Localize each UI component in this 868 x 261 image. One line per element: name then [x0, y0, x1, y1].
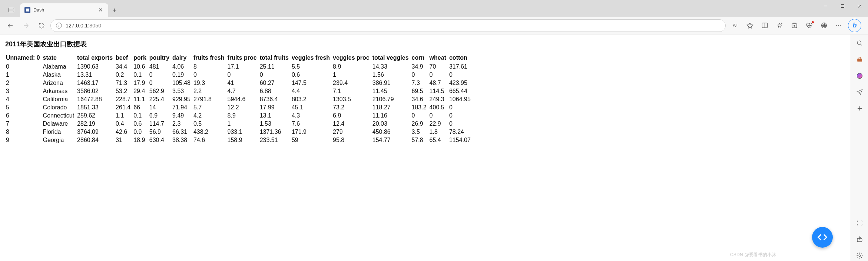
table-cell: 6.9 [332, 112, 372, 120]
sidebar-share-icon[interactable] [854, 234, 865, 245]
table-cell: 225.4 [149, 95, 172, 103]
table-cell: 183.2 [411, 103, 429, 112]
dash-devtools-button[interactable] [812, 227, 833, 248]
forward-button[interactable] [19, 19, 33, 32]
extensions-button[interactable] [817, 19, 831, 32]
table-row: 8Florida3764.0942.60.956.966.31438.2933.… [5, 128, 473, 136]
column-header: veggies proc [332, 54, 372, 63]
table-cell: 45.1 [291, 103, 332, 112]
table-cell: 11.45 [372, 87, 411, 95]
table-row: 2Arizona1463.1771.317.90105.4819.34160.2… [5, 79, 473, 87]
table-cell: 4.4 [291, 87, 332, 95]
collections-button[interactable] [787, 19, 801, 32]
back-button[interactable] [4, 19, 17, 32]
table-cell: 0.1 [133, 112, 149, 120]
read-aloud-button[interactable]: A⁾⁾ [728, 19, 742, 32]
window-close-button[interactable] [851, 0, 868, 12]
tab-close-icon[interactable]: ✕ [97, 6, 104, 14]
table-cell: 0 [448, 112, 473, 120]
svg-point-26 [859, 255, 861, 257]
edge-sidebar [851, 34, 868, 261]
column-header: beef [115, 54, 133, 63]
table-cell: 78.24 [448, 128, 473, 136]
table-cell: 20.03 [372, 120, 411, 128]
table-cell: 1390.63 [76, 63, 115, 71]
table-cell: 8736.4 [259, 95, 291, 103]
table-cell: 1371.36 [259, 128, 291, 136]
favorites-hub-button[interactable] [772, 19, 786, 32]
table-cell: 29.4 [133, 87, 149, 95]
table-cell: 5.7 [193, 103, 227, 112]
window-minimize-button[interactable] [817, 0, 834, 12]
table-cell: 1303.5 [332, 95, 372, 103]
table-cell: 60.27 [259, 79, 291, 87]
browser-tab[interactable]: Dash ✕ [20, 3, 108, 17]
more-menu-button[interactable]: ··· [832, 19, 846, 32]
table-cell: 2.2 [193, 87, 227, 95]
table-cell: 1.8 [429, 128, 448, 136]
table-row: 6Connecticut259.621.10.16.99.494.28.913.… [5, 112, 473, 120]
url-text: 127.0.0.1:8050 [66, 23, 101, 29]
bing-chat-button[interactable]: b [847, 19, 863, 32]
table-cell: 8 [5, 128, 42, 136]
table-cell: 70 [429, 63, 448, 71]
table-cell: 562.9 [149, 87, 172, 95]
table-cell: 10.6 [133, 63, 149, 71]
refresh-button[interactable] [35, 19, 48, 32]
site-info-icon[interactable]: i [56, 23, 62, 29]
table-cell: 154.77 [372, 136, 411, 144]
new-tab-button[interactable]: + [108, 4, 121, 17]
sidebar-tools-icon[interactable] [854, 54, 865, 65]
column-header: veggies fresh [291, 54, 332, 63]
sidebar-copilot-icon[interactable] [854, 70, 865, 81]
table-cell: 71.94 [172, 103, 193, 112]
table-cell: 6 [5, 112, 42, 120]
table-cell: Connecticut [42, 112, 77, 120]
table-cell: 11.1 [133, 95, 149, 103]
table-cell: 48.7 [429, 79, 448, 87]
tab-favicon [24, 7, 30, 13]
table-cell: 69.5 [411, 87, 429, 95]
sidebar-screenshot-icon[interactable] [854, 217, 865, 228]
table-row: 4California16472.88228.711.1225.4929.952… [5, 95, 473, 103]
column-header: cotton [448, 54, 473, 63]
table-cell: 0.19 [172, 71, 193, 79]
favorite-button[interactable] [743, 19, 757, 32]
svg-marker-9 [777, 23, 781, 27]
svg-rect-1 [841, 4, 844, 7]
table-cell: 8 [193, 63, 227, 71]
sidebar-settings-icon[interactable] [854, 250, 865, 261]
column-header: poultry [149, 54, 172, 63]
url-host: 127.0.0.1 [66, 23, 88, 29]
sidebar-search-icon[interactable] [854, 37, 865, 49]
table-cell: 0.2 [115, 71, 133, 79]
sidebar-add-icon[interactable] [854, 103, 865, 114]
split-screen-button[interactable] [758, 19, 772, 32]
column-header: total fruits [259, 54, 291, 63]
table-cell: 3586.02 [76, 87, 115, 95]
table-cell: 7 [5, 120, 42, 128]
performance-button[interactable] [802, 19, 816, 32]
table-cell: 233.51 [259, 136, 291, 144]
table-cell: 933.1 [227, 128, 259, 136]
table-cell: 95.8 [332, 136, 372, 144]
table-cell: 26.9 [411, 120, 429, 128]
table-cell: 317.61 [448, 63, 473, 71]
table-cell: 118.27 [372, 103, 411, 112]
table-cell: 0.5 [193, 120, 227, 128]
column-header: fruits proc [227, 54, 259, 63]
column-header: fruits fresh [193, 54, 227, 63]
table-cell: 0 [448, 103, 473, 112]
column-header: pork [133, 54, 149, 63]
table-cell: 450.86 [372, 128, 411, 136]
url-input[interactable]: i 127.0.0.1:8050 [50, 19, 726, 32]
window-maximize-button[interactable] [834, 0, 851, 12]
sidebar-send-icon[interactable] [854, 86, 865, 98]
table-cell: 7.6 [291, 120, 332, 128]
table-cell: 259.62 [76, 112, 115, 120]
table-cell: 0 [259, 71, 291, 79]
table-cell: 34.9 [411, 63, 429, 71]
tab-actions-button[interactable] [3, 3, 19, 17]
table-cell: 0 [448, 71, 473, 79]
table-row: 3Arkansas3586.0253.229.4562.93.532.24.76… [5, 87, 473, 95]
